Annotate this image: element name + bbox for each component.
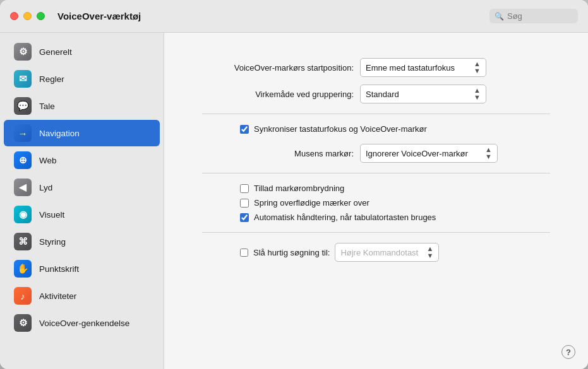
groupering-label: Virkemåde ved gruppering: xyxy=(202,90,354,99)
kommandotast-select-wrapper[interactable]: Højre KommandotastVenstre Kommandotast ▲… xyxy=(335,243,439,262)
sla-checkbox[interactable] xyxy=(240,249,248,257)
sla-row: Slå hurtig søgning til: Højre Kommandota… xyxy=(240,243,550,262)
window-title: VoiceOver-værktøj xyxy=(45,11,489,21)
sidebar-item-lyd[interactable]: ◀Lyd xyxy=(4,174,160,201)
spring-row: Spring overflødige mærker over xyxy=(240,198,550,208)
startposition-select-wrapper[interactable]: Emne med tastaturfokusMarkøren sidst var… xyxy=(360,58,486,77)
search-box[interactable]: 🔍 xyxy=(489,9,578,23)
checkboxes-section: Tillad markørombrydning Spring overflødi… xyxy=(240,184,550,222)
startposition-label: VoiceOver-markørs startposition: xyxy=(202,63,354,73)
lyd-icon: ◀ xyxy=(14,179,32,196)
sidebar-item-label-punktskrift: Punktskrift xyxy=(39,264,79,274)
web-icon: ⊕ xyxy=(14,151,32,169)
automatisk-checkbox[interactable] xyxy=(240,213,249,222)
sidebar-item-web[interactable]: ⊕Web xyxy=(4,147,160,173)
groupering-select[interactable]: StandardKun inde i grupperHop over grupp… xyxy=(366,90,471,99)
styring-icon: ⌘ xyxy=(14,233,32,250)
search-icon: 🔍 xyxy=(495,12,504,21)
sidebar-item-label-tale: Tale xyxy=(39,102,55,111)
sla-label: Slå hurtig søgning til: xyxy=(253,248,330,257)
groupering-row: Virkemåde ved gruppering: StandardKun in… xyxy=(202,85,550,103)
divider-2 xyxy=(202,173,550,173)
close-button[interactable] xyxy=(10,12,18,20)
synkroniser-checkbox[interactable] xyxy=(240,125,249,134)
sidebar-item-label-visuelt: Visuelt xyxy=(39,210,64,220)
maximize-button[interactable] xyxy=(37,12,45,20)
automatisk-label: Automatisk håndtering, når tabulatortast… xyxy=(254,213,436,222)
aktiviteter-icon: ♪ xyxy=(14,287,32,305)
groupering-select-wrapper[interactable]: StandardKun inde i grupperHop over grupp… xyxy=(360,85,486,103)
sidebar-item-label-regler: Regler xyxy=(39,74,64,84)
synkroniser-section: Synkroniser tastaturfokus og VoiceOver-m… xyxy=(240,124,550,134)
sidebar-item-generelt[interactable]: ⚙Generelt xyxy=(4,38,160,65)
musens-marker-label: Musens markør: xyxy=(202,149,354,158)
kommandotast-select[interactable]: Højre KommandotastVenstre Kommandotast xyxy=(340,248,426,257)
sidebar-item-tale[interactable]: 💬Tale xyxy=(4,93,160,119)
sidebar-item-label-web: Web xyxy=(39,156,57,165)
sidebar-item-label-lyd: Lyd xyxy=(39,183,52,192)
divider-3 xyxy=(202,232,550,233)
synkroniser-label: Synkroniser tastaturfokus og VoiceOver-m… xyxy=(254,124,427,134)
sidebar-item-label-aktiviteter: Aktiviteter xyxy=(39,291,76,301)
sidebar-item-aktiviteter[interactable]: ♪Aktiviteter xyxy=(4,283,160,309)
startposition-row: VoiceOver-markørs startposition: Emne me… xyxy=(202,58,550,77)
startposition-arrows: ▲▼ xyxy=(474,61,481,74)
startposition-select[interactable]: Emne med tastaturfokusMarkøren sidst var… xyxy=(366,63,471,73)
spring-checkbox[interactable] xyxy=(240,199,249,208)
sidebar-item-label-voiceover-genkendelse: VoiceOver-genkendelse xyxy=(39,319,129,328)
tillad-row: Tillad markørombrydning xyxy=(240,184,550,193)
tale-icon: 💬 xyxy=(14,97,32,115)
sidebar-item-styring[interactable]: ⌘Styring xyxy=(4,228,160,255)
voiceover-genkendelse-icon: ⚙ xyxy=(14,314,32,332)
musens-marker-arrows: ▲▼ xyxy=(485,146,492,160)
main-content: VoiceOver-markørs startposition: Emne me… xyxy=(164,33,588,369)
traffic-lights xyxy=(10,12,45,20)
sidebar-item-punktskrift[interactable]: ✋Punktskrift xyxy=(4,255,160,282)
musens-marker-select[interactable]: Ignorerer VoiceOver-markørFølger VoiceOv… xyxy=(366,149,483,158)
search-input[interactable] xyxy=(507,11,570,21)
app-window: VoiceOver-værktøj 🔍 ⚙Generelt✉Regler💬Tal… xyxy=(0,0,588,369)
regler-icon: ✉ xyxy=(14,70,32,88)
sidebar-item-label-navigation: Navigation xyxy=(39,129,80,138)
sidebar: ⚙Generelt✉Regler💬Tale→Navigation⊕Web◀Lyd… xyxy=(0,33,164,369)
spring-label: Spring overflødige mærker over xyxy=(254,198,369,208)
minimize-button[interactable] xyxy=(23,12,32,20)
sidebar-item-label-styring: Styring xyxy=(39,237,66,247)
sidebar-item-navigation[interactable]: →Navigation xyxy=(4,120,160,146)
synkroniser-row: Synkroniser tastaturfokus og VoiceOver-m… xyxy=(240,124,550,134)
tillad-label: Tillad markørombrydning xyxy=(254,184,344,193)
content-area: ⚙Generelt✉Regler💬Tale→Navigation⊕Web◀Lyd… xyxy=(0,33,588,369)
generelt-icon: ⚙ xyxy=(14,43,32,61)
punktskrift-icon: ✋ xyxy=(14,260,32,278)
divider-1 xyxy=(202,114,550,114)
help-button[interactable]: ? xyxy=(561,345,575,359)
sidebar-item-label-generelt: Generelt xyxy=(39,47,72,57)
musens-marker-select-wrapper[interactable]: Ignorerer VoiceOver-markørFølger VoiceOv… xyxy=(360,144,498,163)
tillad-checkbox[interactable] xyxy=(240,184,249,193)
sidebar-item-voiceover-genkendelse[interactable]: ⚙VoiceOver-genkendelse xyxy=(4,310,160,336)
titlebar: VoiceOver-værktøj 🔍 xyxy=(0,0,588,33)
visuelt-icon: ◉ xyxy=(14,206,32,223)
sidebar-item-regler[interactable]: ✉Regler xyxy=(4,66,160,92)
musens-marker-row: Musens markør: Ignorerer VoiceOver-markø… xyxy=(202,144,550,163)
navigation-icon: → xyxy=(14,124,32,142)
automatisk-row: Automatisk håndtering, når tabulatortast… xyxy=(240,213,550,222)
kommandotast-arrows: ▲▼ xyxy=(426,245,433,259)
sidebar-item-visuelt[interactable]: ◉Visuelt xyxy=(4,201,160,228)
groupering-arrows: ▲▼ xyxy=(474,87,481,101)
